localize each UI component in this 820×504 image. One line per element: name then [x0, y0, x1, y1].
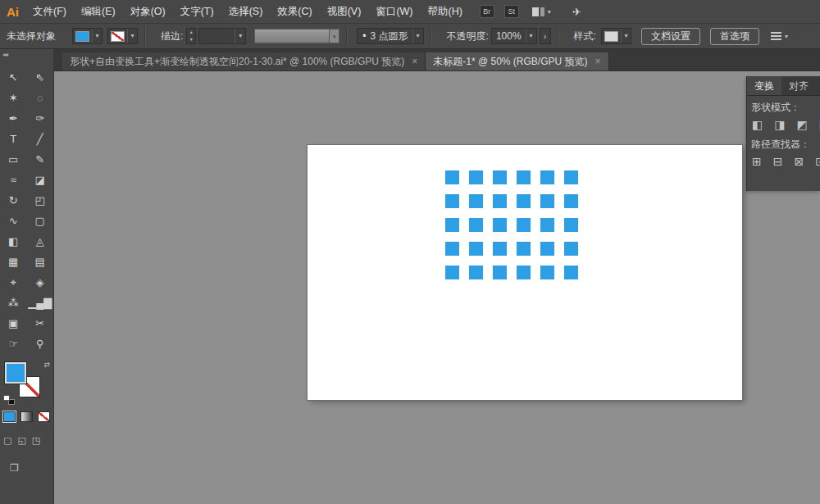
lasso-tool[interactable]: ◌	[27, 88, 54, 108]
blue-square[interactable]	[564, 218, 578, 232]
blue-square[interactable]	[493, 170, 507, 184]
blue-square[interactable]	[517, 266, 531, 279]
blue-square[interactable]	[540, 266, 554, 279]
divide-button[interactable]: ⊞	[752, 153, 762, 170]
fill-color-control[interactable]: ▾	[72, 28, 102, 44]
shape-builder-tool[interactable]: ◧	[0, 231, 27, 252]
curvature-tool[interactable]: ✑	[27, 108, 54, 129]
blue-square[interactable]	[469, 242, 483, 256]
stroke-weight-stepper[interactable]: ▴ ▾	[186, 28, 196, 44]
pen-tool[interactable]: ✒	[0, 108, 27, 129]
blue-square[interactable]	[564, 242, 578, 256]
blue-square[interactable]	[564, 266, 578, 279]
blue-square[interactable]	[445, 170, 459, 184]
stock-icon[interactable]: St	[504, 5, 519, 18]
stepper-up-icon[interactable]: ▴	[187, 29, 195, 36]
blend-tool[interactable]: ◈	[27, 272, 54, 293]
blue-square[interactable]	[493, 242, 507, 256]
menu-item-4[interactable]: 文字(T)	[173, 0, 221, 23]
blue-square[interactable]	[493, 218, 507, 232]
blue-square[interactable]	[517, 194, 531, 208]
perspective-grid-tool[interactable]: ◬	[27, 231, 54, 252]
draw-normal-mode[interactable]: ▢	[3, 435, 11, 446]
zoom-tool[interactable]: ⚲	[27, 334, 54, 354]
artboard-tool[interactable]: ▣	[0, 313, 27, 334]
gradient-button[interactable]	[20, 411, 33, 422]
preferences-button[interactable]: 首选项	[710, 28, 759, 45]
minus-front-button[interactable]: ◨	[774, 116, 785, 133]
menu-item-3[interactable]: 对象(O)	[123, 0, 173, 23]
blue-square[interactable]	[445, 266, 459, 279]
blue-square[interactable]	[493, 194, 507, 208]
blue-square[interactable]	[445, 194, 459, 208]
intersect-button[interactable]: ◩	[796, 116, 807, 133]
align-options-control[interactable]: ▾	[771, 32, 788, 40]
menu-item-5[interactable]: 选择(S)	[221, 0, 271, 23]
panel-tab-2[interactable]: 对齐	[781, 76, 816, 95]
paintbrush-tool[interactable]: ✎	[27, 149, 54, 170]
panel-tab-1[interactable]: 变换	[747, 76, 781, 95]
column-graph-tool[interactable]: ▁▄▇	[27, 293, 54, 313]
brush-definition-combo[interactable]: • 3 点圆形 ▾	[357, 28, 423, 44]
draw-inside-mode[interactable]: ◳	[32, 435, 40, 446]
fill-swatch[interactable]	[5, 362, 26, 384]
blue-square[interactable]	[445, 242, 459, 256]
blue-square[interactable]	[469, 218, 483, 232]
opacity-expand-button[interactable]: ›	[540, 28, 551, 44]
document-tab[interactable]: 未标题-1* @ 50% (RGB/GPU 预览)×	[426, 52, 608, 70]
menu-item-9[interactable]: 帮助(H)	[421, 0, 470, 23]
direct-selection-tool[interactable]: ⇖	[27, 67, 54, 88]
screen-mode-icon[interactable]: ❐	[10, 462, 53, 474]
opacity-combo[interactable]: 100% ▾	[491, 28, 537, 44]
default-fill-stroke-icon[interactable]	[3, 395, 15, 405]
slice-tool[interactable]: ✂	[27, 313, 54, 334]
draw-behind-mode[interactable]: ◱	[17, 435, 25, 446]
none-button[interactable]	[38, 411, 50, 422]
blue-square[interactable]	[469, 194, 483, 208]
eraser-tool[interactable]: ◪	[27, 170, 54, 190]
crop-button[interactable]: ⊡	[815, 153, 820, 170]
menu-item-7[interactable]: 视图(V)	[320, 0, 369, 23]
bridge-icon[interactable]: Br	[480, 5, 494, 18]
toolbar-collapse-button[interactable]: ◂◂	[0, 49, 53, 61]
eyedropper-tool[interactable]: ⌖	[0, 272, 27, 293]
stroke-weight-combo[interactable]: ▾	[198, 28, 246, 44]
canvas[interactable]: 变换对齐 形状模式： ◧◨◩◫ 路径查找器： ⊞⊟⊠⊡	[54, 71, 820, 504]
mesh-tool[interactable]: ▦	[0, 252, 27, 272]
shaper-tool[interactable]: ≈	[0, 170, 27, 190]
free-transform-tool[interactable]: ▢	[27, 211, 54, 231]
blue-square[interactable]	[517, 218, 531, 232]
blue-square[interactable]	[540, 218, 554, 232]
blue-square[interactable]	[517, 170, 531, 184]
blue-square[interactable]	[540, 242, 554, 256]
rotate-tool[interactable]: ↻	[0, 190, 27, 211]
menu-item-2[interactable]: 编辑(E)	[74, 0, 123, 23]
stepper-down-icon[interactable]: ▾	[187, 36, 195, 43]
width-tool[interactable]: ∿	[0, 211, 27, 231]
document-tab[interactable]: 形状+自由变换工具+渐变绘制透视空间20-1-30.ai* @ 100% (RG…	[62, 52, 426, 70]
unite-button[interactable]: ◧	[752, 116, 763, 133]
share-icon[interactable]: ✈	[572, 6, 581, 18]
close-icon[interactable]: ×	[595, 56, 601, 67]
line-segment-tool[interactable]: ╱	[27, 129, 54, 149]
menu-item-1[interactable]: 文件(F)	[25, 0, 74, 23]
type-tool[interactable]: T	[0, 129, 27, 149]
blue-square[interactable]	[493, 266, 507, 279]
blue-square[interactable]	[445, 218, 459, 232]
stroke-color-control[interactable]: ▾	[107, 28, 138, 44]
blue-square[interactable]	[517, 242, 531, 256]
scale-tool[interactable]: ◰	[27, 190, 54, 211]
symbol-sprayer-tool[interactable]: ⁂	[0, 293, 27, 313]
merge-button[interactable]: ⊠	[794, 153, 804, 170]
hand-tool[interactable]: ☞	[0, 334, 27, 354]
menu-item-8[interactable]: 窗口(W)	[368, 0, 420, 23]
blue-square[interactable]	[540, 170, 554, 184]
trim-button[interactable]: ⊟	[773, 153, 783, 170]
blue-square[interactable]	[564, 194, 578, 208]
gradient-tool[interactable]: ▤	[27, 252, 54, 272]
blue-square[interactable]	[469, 266, 483, 279]
blue-square[interactable]	[469, 170, 483, 184]
graphic-style-control[interactable]: ▾	[601, 28, 631, 44]
arrange-documents-control[interactable]: ▾	[532, 7, 551, 16]
magic-wand-tool[interactable]: ✶	[0, 88, 27, 108]
